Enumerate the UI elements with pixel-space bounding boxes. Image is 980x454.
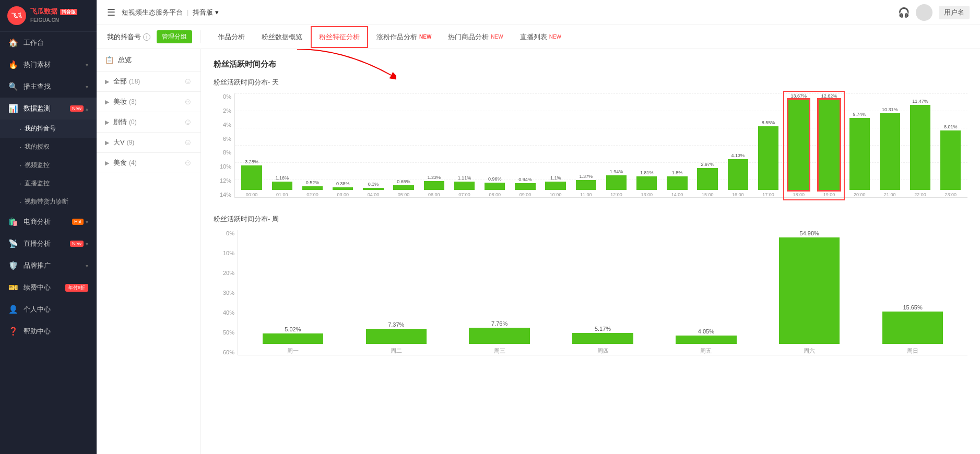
panel-group-food: ▶ 美食 (4) ☺ xyxy=(97,153,200,173)
day-bar-item: 1.81%13:00 xyxy=(632,93,662,197)
live-icon: 📡 xyxy=(8,239,18,248)
day-bar-item: 3.28%00:00 xyxy=(237,93,266,197)
sidebar-item-anchor-search[interactable]: 🔍 播主查找 ▾ xyxy=(0,76,97,98)
sidebar-item-brand-promo[interactable]: 🛡️ 品牌推广 ▾ xyxy=(0,255,97,277)
my-tiktok-nav: 我的抖音号 i xyxy=(107,32,150,42)
day-bar-item: 4.13%16:00 xyxy=(723,93,752,197)
sidebar-item-personal[interactable]: 👤 个人中心 xyxy=(0,298,97,320)
chevron-right-icon: ▶ xyxy=(105,78,109,85)
headphone-icon[interactable]: 🎧 xyxy=(898,7,910,18)
sidebar-item-workspace[interactable]: 🏠 工作台 xyxy=(0,32,97,54)
tab-fans-data[interactable]: 粉丝数据概览 xyxy=(253,26,311,48)
chevron-right-icon: ▶ xyxy=(105,139,109,146)
tab-gain-fans-works[interactable]: 涨粉作品分析 NEW xyxy=(368,26,440,48)
logo-area: 飞瓜 飞瓜数据 抖音版 FEIGUA.CN xyxy=(0,0,97,32)
weekly-bar-item: 5.17%周四 xyxy=(552,230,654,355)
sidebar-sub-my-auth[interactable]: 我的授权 xyxy=(0,138,97,156)
weekly-bar-item: 54.98%周六 xyxy=(759,230,860,355)
weekly-bar-item: 15.65%周日 xyxy=(862,230,963,355)
sidebar-item-hot-materials[interactable]: 🔥 热门素材 ▾ xyxy=(0,54,97,76)
day-bar-item: 1.1%10:00 xyxy=(541,93,570,197)
day-chart-body: 3.28%00:001.16%01:000.52%02:000.38%03:00… xyxy=(234,93,967,198)
tab-live-list[interactable]: 直播列表 NEW xyxy=(512,26,570,48)
day-bar-item: 9.74%20:00 xyxy=(845,93,874,197)
nav-tabs-area: 我的抖音号 i 管理分组 作品分析 粉丝数据概览 粉丝特征分析 涨粉作品分析 N… xyxy=(97,25,980,49)
day-chart-y-labels: 14% 12% 10% 8% 6% 4% 2% 0% xyxy=(214,93,234,198)
chevron-right-icon: ▶ xyxy=(105,99,109,105)
chart-icon: 📊 xyxy=(8,104,18,113)
add-group-icon[interactable]: ☺ xyxy=(184,138,192,147)
sidebar-sub-video-goods[interactable]: 视频带货力诊断 xyxy=(0,193,97,211)
topbar: ☰ 短视频生态服务平台 | 抖音版 ▾ 🎧 用户名 xyxy=(97,0,980,25)
day-bar-item: 0.52%02:00 xyxy=(298,93,327,197)
nav-left: 我的抖音号 i 管理分组 xyxy=(107,30,201,43)
day-bar-item: 8.01%23:00 xyxy=(936,93,965,197)
weekly-chart-body: 5.02%周一7.37%周二7.76%周三5.17%周四4.05%周五54.98… xyxy=(238,230,967,355)
week-chart-title: 粉丝活跃时间分布- 周 xyxy=(214,214,967,224)
question-icon: ❓ xyxy=(8,327,18,336)
username: 用户名 xyxy=(939,6,970,19)
add-group-icon[interactable]: ☺ xyxy=(184,158,192,168)
day-bar-item: 13.67%18:00 xyxy=(784,93,813,197)
weekly-bar-item: 4.05%周五 xyxy=(655,230,757,355)
logo-icon: 飞瓜 xyxy=(7,6,26,25)
add-group-icon[interactable]: ☺ xyxy=(184,117,192,127)
nav-tabs: 作品分析 粉丝数据概览 粉丝特征分析 涨粉作品分析 NEW 热门商品分析 NEW… xyxy=(209,26,570,48)
menu-toggle-icon[interactable]: ☰ xyxy=(107,7,115,18)
content-wrap: 📋 总览 ▶ 全部 (18) ☺ ▶ 美妆 (3) ☺ xyxy=(97,49,980,454)
tab-works-analysis[interactable]: 作品分析 xyxy=(209,26,253,48)
day-chart-body-container: 3.28%00:001.16%01:000.52%02:000.38%03:00… xyxy=(234,93,967,198)
fire-icon: 🔥 xyxy=(8,60,18,69)
panel-group-drama-header[interactable]: ▶ 剧情 (0) ☺ xyxy=(97,112,200,132)
user-icon: 👤 xyxy=(8,305,18,314)
sidebar-item-ecommerce[interactable]: 🛍️ 电商分析 Hot ▾ xyxy=(0,211,97,233)
day-bar-item: 0.96%08:00 xyxy=(480,93,510,197)
panel-group-food-header[interactable]: ▶ 美食 (4) ☺ xyxy=(97,153,200,173)
avatar[interactable] xyxy=(916,4,932,21)
day-bar-item: 0.3%04:00 xyxy=(359,93,388,197)
platform-selector[interactable]: 抖音版 ▾ xyxy=(193,8,219,17)
chevron-up-icon: ▴ xyxy=(86,106,88,112)
shield-icon: 🛡️ xyxy=(8,261,18,270)
manage-group-button[interactable]: 管理分组 xyxy=(157,30,192,43)
day-bar-item: 0.65%05:00 xyxy=(389,93,418,197)
panel-group-bigv: ▶ 大V (9) ☺ xyxy=(97,133,200,153)
sidebar-item-data-monitor[interactable]: 📊 数据监测 New ▴ xyxy=(0,98,97,120)
day-bar-item: 11.47%22:00 xyxy=(905,93,935,197)
sidebar-sub-my-tiktok[interactable]: 我的抖音号 xyxy=(0,120,97,138)
day-bar-item: 10.31%21:00 xyxy=(875,93,904,197)
day-bar-item: 1.37%11:00 xyxy=(571,93,600,197)
tab-fans-feature[interactable]: 粉丝特征分析 xyxy=(311,26,368,48)
chevron-right-icon: ▶ xyxy=(105,160,109,166)
chevron-down-icon: ▾ xyxy=(86,62,88,68)
sidebar-item-renewal[interactable]: 🎫 续费中心 年付6折 xyxy=(0,277,97,298)
summary-icon: 📋 xyxy=(105,56,114,64)
sidebar-item-live-analysis[interactable]: 📡 直播分析 New ▾ xyxy=(0,233,97,255)
info-icon[interactable]: i xyxy=(143,33,150,41)
chevron-down-icon: ▾ xyxy=(86,219,88,225)
weekly-bar-item: 7.37%周二 xyxy=(346,230,447,355)
day-bar-item: 1.23%06:00 xyxy=(419,93,448,197)
sidebar-sub-video-monitor[interactable]: 视频监控 xyxy=(0,156,97,174)
day-bar-item: 0.38%03:00 xyxy=(328,93,358,197)
chevron-down-icon: ▾ xyxy=(86,241,88,247)
panel-summary-item[interactable]: 📋 总览 xyxy=(97,49,200,71)
add-group-icon[interactable]: ☺ xyxy=(184,77,192,86)
panel-group-beauty-header[interactable]: ▶ 美妆 (3) ☺ xyxy=(97,92,200,112)
section-title: 粉丝活跃时间分布 xyxy=(214,59,967,69)
day-chart-wrapper: 14% 12% 10% 8% 6% 4% 2% 0% xyxy=(214,93,967,198)
topbar-right: 🎧 用户名 xyxy=(898,4,970,21)
chevron-down-icon: ▾ xyxy=(215,8,219,16)
tab-hot-goods[interactable]: 热门商品分析 NEW xyxy=(440,26,511,48)
sidebar-item-help[interactable]: ❓ 帮助中心 xyxy=(0,320,97,342)
day-bar-item: 12.62%19:00 xyxy=(814,93,844,197)
panel-group-all-header[interactable]: ▶ 全部 (18) ☺ xyxy=(97,71,200,91)
search-icon: 🔍 xyxy=(8,82,18,91)
sidebar-sub-live-monitor[interactable]: 直播监控 xyxy=(0,174,97,193)
day-bar-item: 1.11%07:00 xyxy=(450,93,479,197)
add-group-icon[interactable]: ☺ xyxy=(184,97,192,106)
panel-group-all: ▶ 全部 (18) ☺ xyxy=(97,71,200,92)
panel-group-bigv-header[interactable]: ▶ 大V (9) ☺ xyxy=(97,133,200,152)
weekly-bar-item: 5.02%周一 xyxy=(242,230,344,355)
left-panel: 📋 总览 ▶ 全部 (18) ☺ ▶ 美妆 (3) ☺ xyxy=(97,49,201,454)
